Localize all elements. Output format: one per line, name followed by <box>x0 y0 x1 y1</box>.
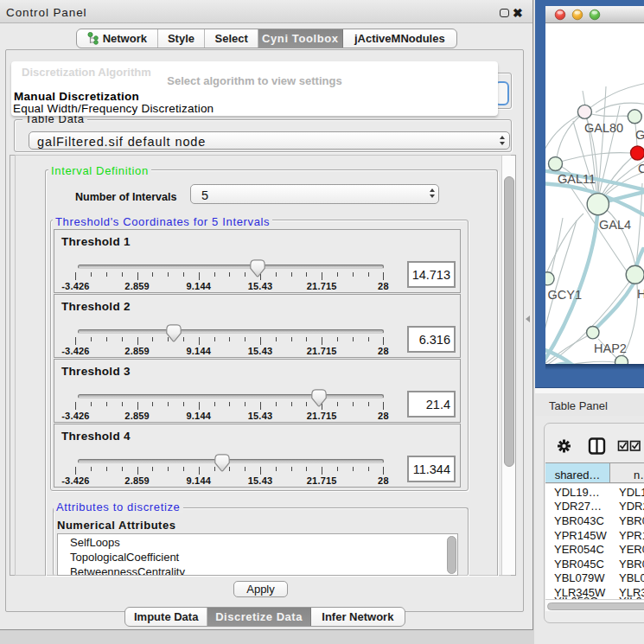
svg-text:GCY1: GCY1 <box>548 288 583 302</box>
svg-text:HAP2: HAP2 <box>594 341 627 355</box>
svg-text:GAL80: GAL80 <box>584 121 623 135</box>
svg-text:GAL11: GAL11 <box>558 172 596 186</box>
svg-text:GAL4: GAL4 <box>599 218 631 232</box>
svg-text:GA: GA <box>635 128 644 142</box>
svg-text:C: C <box>638 162 644 175</box>
svg-text:HA: HA <box>637 287 644 301</box>
